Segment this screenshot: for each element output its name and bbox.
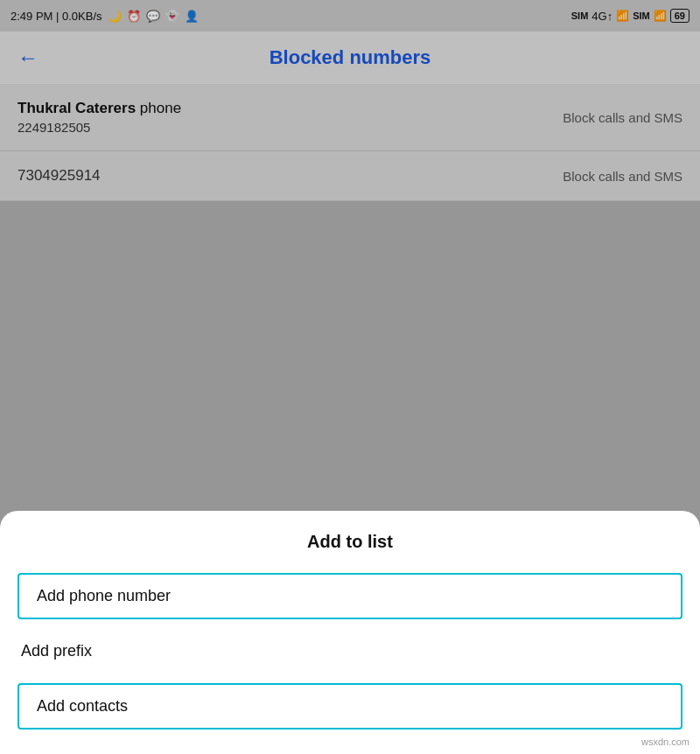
bottom-sheet-title: Add to list — [0, 511, 700, 566]
add-prefix-button[interactable]: Add prefix — [0, 626, 700, 676]
bottom-sheet: Add to list Add phone number Add prefix … — [0, 511, 700, 754]
add-phone-number-button[interactable]: Add phone number — [18, 573, 682, 619]
add-contacts-button[interactable]: Add contacts — [18, 683, 682, 730]
watermark: wsxdn.com — [641, 737, 690, 747]
